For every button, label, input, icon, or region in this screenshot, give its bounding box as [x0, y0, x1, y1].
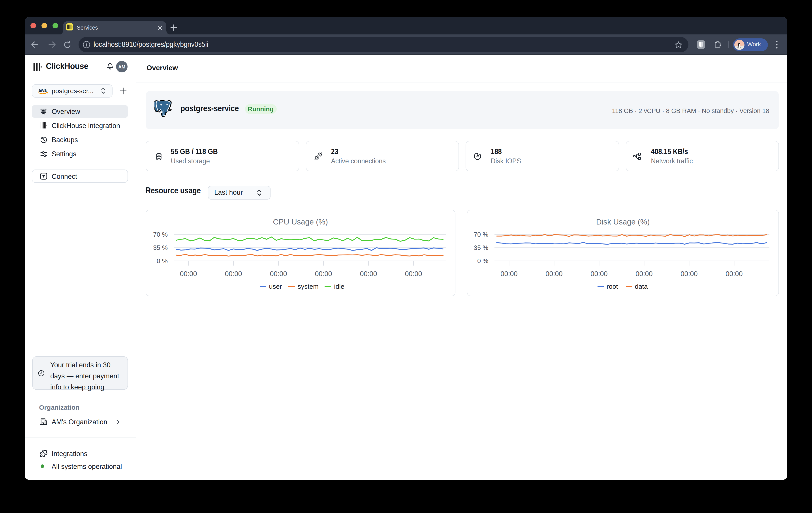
svg-text:aws: aws [38, 87, 47, 92]
svg-text:Disk Usage (%): Disk Usage (%) [596, 217, 649, 226]
svg-text:00:00: 00:00 [590, 270, 608, 278]
svg-text:35 %: 35 % [474, 244, 488, 251]
svg-text:00:00: 00:00 [270, 270, 287, 278]
svg-text:00:00: 00:00 [360, 270, 377, 278]
svg-text:70 %: 70 % [153, 231, 168, 238]
svg-text:00:00: 00:00 [546, 270, 563, 278]
svg-text:00:00: 00:00 [725, 270, 743, 278]
svg-text:00:00: 00:00 [180, 270, 197, 278]
svg-text:00:00: 00:00 [680, 270, 698, 278]
svg-text:0 %: 0 % [477, 257, 488, 264]
svg-text:user: user [269, 283, 282, 290]
svg-text:00:00: 00:00 [225, 270, 242, 278]
svg-text:00:00: 00:00 [315, 270, 332, 278]
svg-text:system: system [298, 283, 319, 290]
svg-text:CPU Usage (%): CPU Usage (%) [273, 217, 328, 226]
svg-text:0 %: 0 % [157, 257, 168, 264]
svg-text:idle: idle [334, 283, 344, 290]
svg-text:35 %: 35 % [153, 244, 168, 251]
svg-text:00:00: 00:00 [405, 270, 422, 278]
svg-text:root: root [607, 283, 618, 290]
svg-text:70 %: 70 % [474, 231, 488, 238]
svg-text:data: data [635, 283, 648, 290]
svg-text:00:00: 00:00 [636, 270, 653, 278]
svg-text:00:00: 00:00 [500, 270, 518, 278]
